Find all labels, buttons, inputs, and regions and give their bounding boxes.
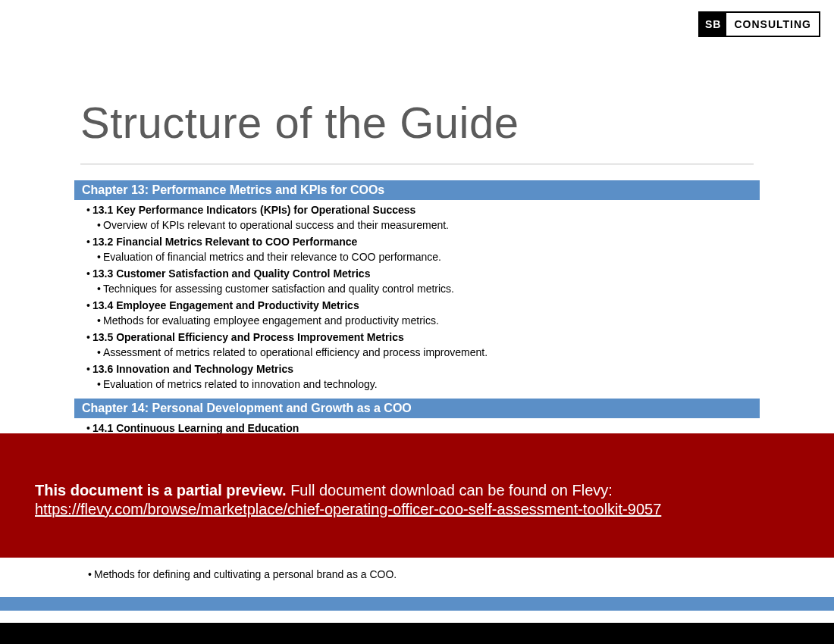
section-heading: •13.5 Operational Efficiency and Process… [86,330,760,345]
cutoff-text: Methods for defining and cultivating a p… [94,568,397,580]
banner-lead: This document is a partial preview. [35,482,287,499]
banner-link[interactable]: https://flevy.com/browse/marketplace/chi… [35,501,661,518]
banner-rest: Full document download can be found on F… [287,482,613,499]
preview-banner: This document is a partial preview. Full… [0,433,834,558]
footer-strip [0,597,834,611]
slide: SB CONSULTING Structure of the Guide Cha… [0,0,834,644]
logo-mark: SB [700,13,726,36]
section-description: •Methods for evaluating employee engagem… [97,314,760,331]
section-description: •Overview of KPIs relevant to operationa… [97,218,760,236]
logo-wordmark: CONSULTING [726,13,819,36]
section-heading: •13.1 Key Performance Indicators (KPIs) … [86,203,760,218]
title-divider [80,164,754,164]
section-description: •Evaluation of financial metrics and the… [97,250,760,267]
section-heading: •13.3 Customer Satisfaction and Quality … [86,267,760,282]
chapter-header: Chapter 14: Personal Development and Gro… [74,399,760,418]
section-description: •Techniques for assessing customer satis… [97,282,760,299]
section-description: •Assessment of metrics related to operat… [97,345,760,363]
section-description: •Evaluation of metrics related to innova… [97,377,760,395]
footer-black [0,623,834,644]
company-logo: SB CONSULTING [698,11,820,37]
chapter-header: Chapter 13: Performance Metrics and KPIs… [74,180,760,200]
section-heading: •13.2 Financial Metrics Relevant to COO … [86,235,760,250]
toc-body: Chapter 13: Performance Metrics and KPIs… [74,180,760,468]
cutoff-line: •Methods for defining and cultivating a … [88,568,397,580]
page-title: Structure of the Guide [80,97,519,148]
section-heading: •13.4 Employee Engagement and Productivi… [86,299,760,314]
banner-text: This document is a partial preview. Full… [35,482,799,499]
section-heading: •13.6 Innovation and Technology Metrics [86,362,760,377]
